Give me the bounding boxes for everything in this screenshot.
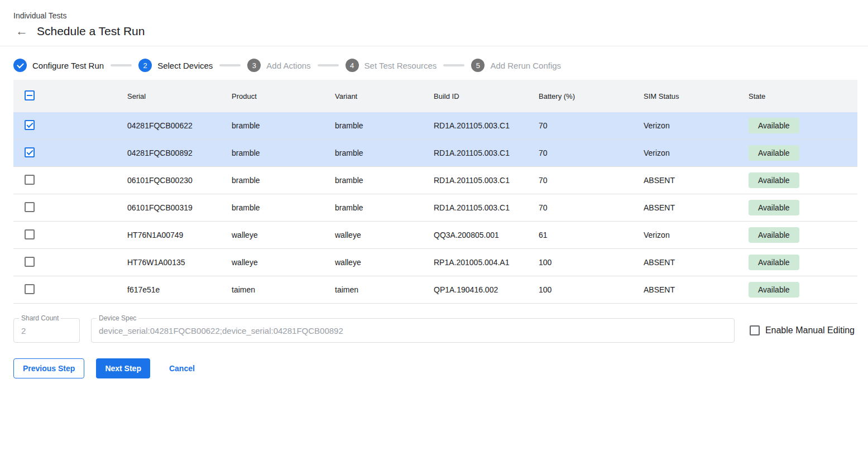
cell-variant: bramble (326, 203, 425, 212)
column-header-product: Product (223, 92, 326, 100)
row-checkbox[interactable] (25, 175, 35, 185)
step-connector (111, 64, 132, 66)
step-label: Configure Test Run (32, 61, 104, 70)
table-row[interactable]: HT76W1A00135 walleye walleye RP1A.201005… (13, 249, 857, 276)
table-row[interactable]: f617e51e taimen taimen QP1A.190416.002 1… (13, 276, 857, 304)
state-badge: Available (749, 145, 799, 161)
next-step-button[interactable]: Next Step (96, 358, 150, 378)
step-select-devices[interactable]: 2 Select Devices (138, 59, 213, 72)
table-row[interactable]: 06101FQCB00319 bramble bramble RD1A.2011… (13, 194, 857, 222)
table-row[interactable]: 04281FQCB00622 bramble bramble RD1A.2011… (13, 112, 857, 140)
shard-count-label: Shard Count (19, 314, 61, 322)
cell-product: walleye (223, 258, 326, 267)
stepper: 1 Configure Test Run 2 Select Devices 3 … (13, 59, 868, 72)
step-number-badge: 3 (247, 59, 261, 72)
cell-product: taimen (223, 285, 326, 294)
cell-sim-status: ABSENT (635, 258, 740, 267)
column-header-state: State (740, 92, 857, 100)
shard-count-field[interactable]: Shard Count 2 (13, 318, 80, 343)
enable-manual-editing-label: Enable Manual Editing (765, 325, 855, 335)
header-divider (0, 46, 868, 46)
table-row[interactable]: 04281FQCB00892 bramble bramble RD1A.2011… (13, 140, 857, 167)
cell-build-id: RP1A.201005.004.A1 (425, 258, 530, 267)
step-set-test-resources[interactable]: 4 Set Test Resources (346, 59, 437, 72)
step-label: Add Actions (266, 61, 310, 70)
state-badge: Available (749, 227, 799, 243)
state-badge: Available (749, 172, 799, 188)
cell-product: bramble (223, 203, 326, 212)
state-badge: Available (749, 118, 799, 133)
cell-battery: 70 (530, 121, 635, 130)
row-checkbox[interactable] (25, 202, 35, 212)
step-label: Select Devices (157, 61, 213, 70)
enable-manual-editing[interactable]: Enable Manual Editing (750, 325, 855, 335)
cell-serial: 06101FQCB00230 (118, 176, 223, 185)
device-spec-section: Shard Count 2 Device Spec device_serial:… (13, 318, 855, 343)
breadcrumb: Individual Tests (13, 11, 855, 20)
cell-build-id: RD1A.201105.003.C1 (425, 176, 530, 185)
cell-serial: HT76N1A00749 (118, 231, 223, 239)
cell-sim-status: ABSENT (635, 203, 740, 212)
cell-variant: bramble (326, 121, 425, 130)
cell-variant: taimen (326, 285, 425, 294)
cell-battery: 70 (530, 203, 635, 212)
column-header-battery: Battery (%) (530, 92, 635, 100)
enable-manual-editing-checkbox[interactable] (750, 325, 760, 335)
step-connector (443, 64, 464, 66)
cell-product: bramble (223, 176, 326, 185)
column-header-build-id: Build ID (425, 92, 530, 100)
cell-battery: 61 (530, 231, 635, 239)
cell-battery: 70 (530, 148, 635, 157)
step-number-badge: 5 (471, 59, 485, 72)
page-title: Schedule a Test Run (37, 25, 145, 38)
previous-step-button[interactable]: Previous Step (13, 358, 84, 378)
cell-build-id: QP1A.190416.002 (425, 285, 530, 294)
cell-serial: 04281FQCB00892 (118, 148, 223, 157)
row-checkbox[interactable] (25, 120, 35, 130)
select-all-checkbox[interactable] (25, 90, 35, 100)
device-spec-value: device_serial:04281FQCB00622;device_seri… (92, 326, 351, 335)
shard-count-value: 2 (14, 326, 33, 335)
device-spec-label: Device Spec (97, 314, 138, 322)
cancel-button[interactable]: Cancel (160, 358, 204, 378)
state-badge: Available (749, 255, 799, 270)
state-badge: Available (749, 282, 799, 298)
page-header: Individual Tests ← Schedule a Test Run (0, 0, 868, 46)
cell-variant: walleye (326, 231, 425, 239)
cell-sim-status: ABSENT (635, 285, 740, 294)
cell-serial: HT76W1A00135 (118, 258, 223, 267)
cell-sim-status: ABSENT (635, 176, 740, 185)
step-configure-test-run[interactable]: 1 Configure Test Run (13, 59, 104, 72)
cell-battery: 100 (530, 285, 635, 294)
back-arrow-icon[interactable]: ← (13, 25, 33, 37)
cell-build-id: QQ3A.200805.001 (425, 231, 530, 239)
row-checkbox[interactable] (25, 284, 35, 294)
table-header-row: Serial Product Variant Build ID Battery … (13, 80, 857, 112)
cell-variant: walleye (326, 258, 425, 267)
table-row[interactable]: HT76N1A00749 walleye walleye QQ3A.200805… (13, 222, 857, 249)
step-connector (219, 64, 241, 66)
cell-sim-status: Verizon (635, 148, 740, 157)
cell-variant: bramble (326, 148, 425, 157)
step-add-rerun-configs[interactable]: 5 Add Rerun Configs (471, 59, 561, 72)
device-spec-field[interactable]: Device Spec device_serial:04281FQCB00622… (91, 318, 735, 343)
row-checkbox[interactable] (25, 229, 35, 239)
step-label: Add Rerun Configs (490, 61, 561, 70)
cell-serial: f617e51e (118, 285, 223, 294)
row-checkbox[interactable] (25, 257, 35, 267)
step-label: Set Test Resources (365, 61, 437, 70)
cell-serial: 04281FQCB00622 (118, 121, 223, 130)
action-buttons: Previous Step Next Step Cancel (13, 358, 868, 378)
column-header-variant: Variant (326, 92, 425, 100)
row-checkbox[interactable] (25, 147, 35, 157)
cell-product: walleye (223, 231, 326, 239)
step-number-badge: 2 (138, 59, 152, 72)
table-row[interactable]: 06101FQCB00230 bramble bramble RD1A.2011… (13, 167, 857, 194)
cell-battery: 70 (530, 176, 635, 185)
step-add-actions[interactable]: 3 Add Actions (247, 59, 310, 72)
step-connector (318, 64, 339, 66)
cell-build-id: RD1A.201105.003.C1 (425, 203, 530, 212)
cell-serial: 06101FQCB00319 (118, 203, 223, 212)
state-badge: Available (749, 200, 799, 215)
cell-battery: 100 (530, 258, 635, 267)
